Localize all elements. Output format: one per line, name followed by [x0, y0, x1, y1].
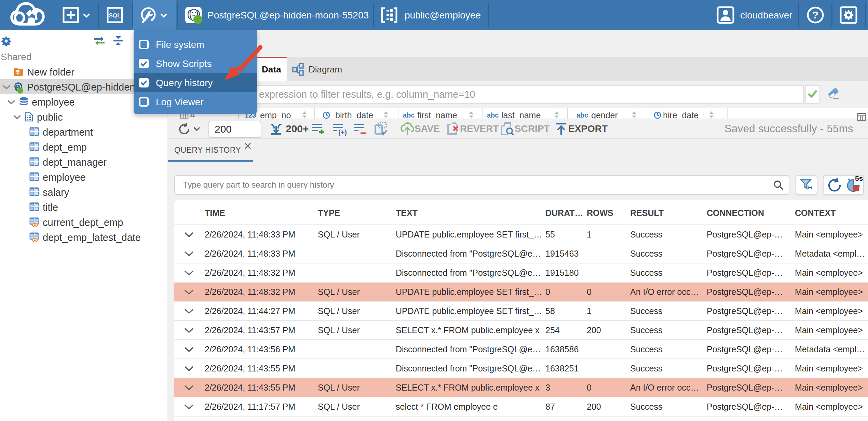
svg-text:?: ?	[812, 9, 818, 21]
svg-text:(+): (+)	[338, 128, 347, 136]
svg-text:SQL: SQL	[109, 12, 121, 19]
